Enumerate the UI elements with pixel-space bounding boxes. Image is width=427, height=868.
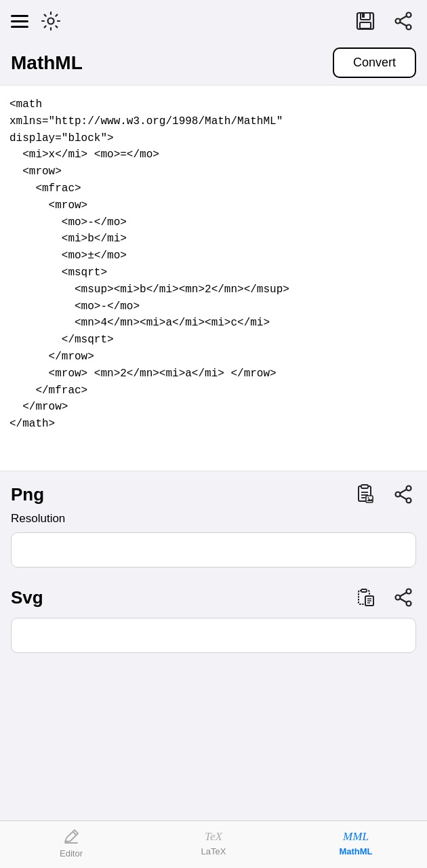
png-title: Png (11, 484, 44, 505)
svg-rect-4 (360, 22, 371, 28)
share-svg-button[interactable] (390, 585, 416, 610)
nav-label-editor: Editor (60, 848, 83, 859)
copy-png-button[interactable] (352, 481, 380, 508)
svg-line-8 (400, 16, 407, 20)
png-section: Png (0, 471, 427, 574)
svg-point-28 (407, 589, 411, 594)
svg-section: Svg (0, 574, 427, 660)
copy-svg-icon (355, 587, 377, 608)
nav-item-mathml[interactable]: MML MathML (329, 830, 383, 856)
svg-rect-11 (361, 485, 368, 488)
share-png-icon (393, 484, 413, 505)
svg-line-31 (400, 593, 407, 596)
share-png-button[interactable] (390, 481, 416, 507)
png-header-row: Png (0, 471, 427, 512)
resolution-input[interactable] (11, 532, 416, 568)
bottom-nav: Editor TeX LaTeX MML MathML (0, 821, 427, 868)
latex-icon: TeX (205, 830, 222, 844)
settings-button[interactable] (38, 8, 64, 34)
svg-line-21 (400, 496, 407, 499)
svg-icons (352, 584, 416, 611)
svg-point-5 (407, 13, 411, 18)
svg-line-32 (400, 599, 407, 602)
svg-title: Svg (11, 587, 43, 608)
svg-point-19 (396, 492, 401, 497)
resolution-label: Resolution (0, 512, 427, 530)
copy-png-icon (355, 484, 377, 505)
top-bar-right (352, 8, 416, 34)
top-bar (0, 0, 427, 42)
svg-header-row: Svg (0, 574, 427, 615)
save-button[interactable] (352, 8, 378, 34)
svg-input[interactable] (11, 618, 416, 653)
png-icons (352, 481, 416, 508)
svg-point-30 (396, 595, 401, 600)
svg-rect-23 (361, 589, 367, 592)
svg-rect-3 (362, 13, 365, 18)
mathml-nav-icon: MML (343, 830, 369, 844)
mathml-header: MathML Convert (0, 42, 427, 85)
svg-point-6 (407, 25, 411, 30)
nav-label-mathml: MathML (339, 846, 372, 856)
svg-point-29 (407, 601, 411, 606)
convert-button[interactable]: Convert (333, 47, 416, 78)
share-svg-icon (393, 587, 413, 608)
share-button[interactable] (390, 8, 416, 34)
svg-point-7 (396, 19, 401, 24)
mathml-title: MathML (11, 52, 83, 74)
gear-icon (41, 11, 61, 31)
nav-item-editor[interactable]: Editor (44, 828, 98, 859)
nav-item-latex[interactable]: TeX LaTeX (186, 830, 241, 856)
top-bar-left (11, 8, 64, 34)
svg-line-9 (400, 22, 407, 26)
svg-point-17 (407, 486, 411, 491)
svg-line-20 (400, 490, 407, 493)
copy-svg-button[interactable] (352, 584, 380, 611)
share-icon (393, 11, 413, 31)
save-icon (355, 11, 375, 31)
mathml-code-editor[interactable]: <math xmlns="http://www.w3.org/1998/Math… (0, 85, 427, 471)
svg-point-0 (48, 18, 54, 24)
editor-icon (62, 828, 80, 846)
hamburger-icon[interactable] (11, 15, 28, 28)
svg-point-16 (368, 497, 369, 498)
nav-label-latex: LaTeX (201, 846, 226, 856)
svg-point-18 (407, 498, 411, 503)
